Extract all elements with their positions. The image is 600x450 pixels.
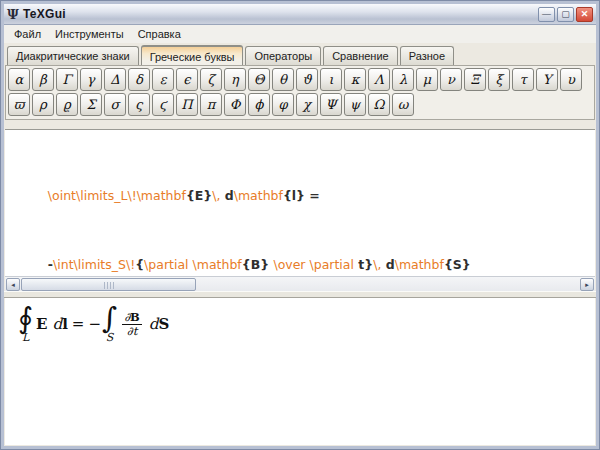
tab-diacritics[interactable]: Диакритические знаки	[7, 46, 139, 65]
scroll-left-arrow-icon[interactable]: ◂	[6, 278, 20, 291]
title-bar: Ψ TeXGui — ▢ ✕	[4, 4, 596, 25]
greek-letter-button[interactable]: χ	[296, 93, 318, 116]
greek-letter-palette: αβΓγΔδεϵζηΘθϑικΛλμνΞξτΥυ ϖρϱΣσςϛΠπΦϕφχΨψ…	[5, 65, 595, 120]
tex-token: \partial \mathbf	[144, 257, 242, 272]
contour-integral: ∮ L	[18, 305, 33, 343]
menu-file[interactable]: Файл	[7, 26, 48, 42]
oint-lower-limit: L	[22, 332, 29, 343]
source-line-2: -\int\limits_S\!{\partial \mathbf{B} \ov…	[24, 207, 595, 276]
int-lower-limit: S	[106, 332, 114, 343]
tex-token: t}	[354, 257, 373, 272]
greek-letter-button[interactable]: Ψ	[320, 93, 342, 116]
scroll-right-arrow-icon[interactable]: ▸	[580, 278, 594, 291]
greek-letter-button[interactable]: Γ	[56, 68, 78, 91]
greek-letter-button[interactable]: μ	[416, 68, 438, 91]
fraction-numerator: ∂B	[122, 311, 142, 325]
vector-B: B	[130, 310, 140, 324]
texgui-window: Ψ TeXGui — ▢ ✕ Файл Инструменты Справка …	[0, 0, 600, 450]
scrollbar-thumb[interactable]	[21, 278, 196, 291]
rendered-formula: ∮ L E d l = − ∫ S ∂B ∂t d S	[18, 305, 169, 343]
tex-token: {E}	[186, 188, 212, 203]
vector-E: E	[36, 315, 47, 333]
tex-token: \mathbf	[395, 257, 444, 272]
palette-row-2: ϖρϱΣσςϛΠπΦϕφχΨψΩω	[8, 93, 593, 118]
tex-source-editor[interactable]: \oint\limits_L\!\mathbf{E}\, d\mathbf{l}…	[5, 129, 595, 291]
tex-token: \mathbf	[234, 188, 283, 203]
maximize-button[interactable]: ▢	[557, 7, 574, 22]
menu-bar: Файл Инструменты Справка	[4, 25, 596, 43]
greek-letter-button[interactable]: δ	[128, 68, 150, 91]
greek-letter-button[interactable]: ϵ	[176, 68, 198, 91]
menu-help[interactable]: Справка	[131, 26, 188, 42]
differential-d: d	[149, 315, 159, 333]
greek-letter-button[interactable]: γ	[80, 68, 102, 91]
greek-letter-button[interactable]: ϑ	[296, 68, 318, 91]
greek-letter-button[interactable]: ν	[440, 68, 462, 91]
greek-letter-button[interactable]: Λ	[368, 68, 390, 91]
greek-letter-button[interactable]: ζ	[200, 68, 222, 91]
source-line-1: \oint\limits_L\!\mathbf{E}\, d\mathbf{l}…	[24, 138, 595, 207]
tex-token: \oint\limits_L\!\mathbf	[48, 188, 186, 203]
greek-letter-button[interactable]: φ	[272, 93, 294, 116]
vector-S: S	[158, 315, 169, 333]
greek-letter-button[interactable]: ι	[320, 68, 342, 91]
greek-letter-button[interactable]: κ	[344, 68, 366, 91]
menu-tools[interactable]: Инструменты	[48, 26, 131, 42]
tab-comparison[interactable]: Сравнение	[323, 46, 398, 65]
tex-token: {B}	[242, 257, 274, 272]
pane-splitter[interactable]	[4, 291, 596, 298]
tab-strip: Диакритические знаки Греческие буквы Опе…	[4, 43, 596, 65]
greek-letter-button[interactable]: ξ	[488, 68, 510, 91]
greek-letter-button[interactable]: ρ	[32, 93, 54, 116]
greek-letter-button[interactable]: σ	[104, 93, 126, 116]
greek-letter-button[interactable]: π	[200, 93, 222, 116]
greek-letter-button[interactable]: ϛ	[152, 93, 174, 116]
greek-letter-button[interactable]: Ξ	[464, 68, 486, 91]
window-title: TeXGui	[23, 7, 536, 21]
greek-letter-button[interactable]: Δ	[104, 68, 126, 91]
greek-letter-button[interactable]: Θ	[248, 68, 270, 91]
partial-fraction: ∂B ∂t	[122, 311, 142, 337]
greek-letter-button[interactable]: ω	[392, 93, 414, 116]
greek-letter-button[interactable]: ς	[128, 93, 150, 116]
greek-letter-button[interactable]: λ	[392, 68, 414, 91]
equals-sign: =	[72, 315, 85, 333]
tab-misc[interactable]: Разное	[400, 46, 454, 65]
greek-letter-button[interactable]: ε	[152, 68, 174, 91]
greek-letter-button[interactable]: Υ	[536, 68, 558, 91]
surface-integral: ∫ S	[102, 305, 117, 343]
greek-letter-button[interactable]: ϕ	[248, 93, 270, 116]
tex-token: d	[220, 188, 233, 203]
greek-letter-button[interactable]: Ω	[368, 93, 390, 116]
app-psi-icon: Ψ	[7, 7, 23, 22]
close-button[interactable]: ✕	[576, 7, 593, 22]
minimize-button[interactable]: —	[538, 7, 555, 22]
greek-letter-button[interactable]: Π	[176, 93, 198, 116]
tex-token: {	[135, 257, 144, 272]
greek-letter-button[interactable]: Φ	[224, 93, 246, 116]
greek-letter-button[interactable]: Σ	[80, 93, 102, 116]
greek-letter-button[interactable]: ϖ	[8, 93, 30, 116]
greek-letter-button[interactable]: ψ	[344, 93, 366, 116]
tab-operators[interactable]: Операторы	[245, 46, 321, 65]
greek-letter-button[interactable]: η	[224, 68, 246, 91]
tab-greek-letters[interactable]: Греческие буквы	[141, 45, 244, 66]
vector-l: l	[62, 315, 68, 333]
greek-letter-button[interactable]: ϱ	[56, 93, 78, 116]
tex-token: {S}	[444, 257, 471, 272]
greek-letter-button[interactable]: α	[8, 68, 30, 91]
greek-letter-button[interactable]: υ	[560, 68, 582, 91]
minus-sign: −	[88, 315, 101, 333]
tex-token: \int\limits_S\!	[53, 257, 135, 272]
tex-token: d	[381, 257, 394, 272]
tex-token: \over \partial	[273, 257, 354, 272]
differential-d: d	[53, 315, 63, 333]
greek-letter-button[interactable]: τ	[512, 68, 534, 91]
palette-row-1: αβΓγΔδεϵζηΘθϑικΛλμνΞξτΥυ	[8, 68, 593, 93]
tex-token: {l} =	[283, 188, 320, 203]
int-symbol: ∫	[102, 305, 117, 332]
tex-source-code: \oint\limits_L\!\mathbf{E}\, d\mathbf{l}…	[5, 130, 595, 276]
greek-letter-button[interactable]: β	[32, 68, 54, 91]
horizontal-scrollbar[interactable]: ◂ ▸	[5, 276, 595, 291]
greek-letter-button[interactable]: θ	[272, 68, 294, 91]
